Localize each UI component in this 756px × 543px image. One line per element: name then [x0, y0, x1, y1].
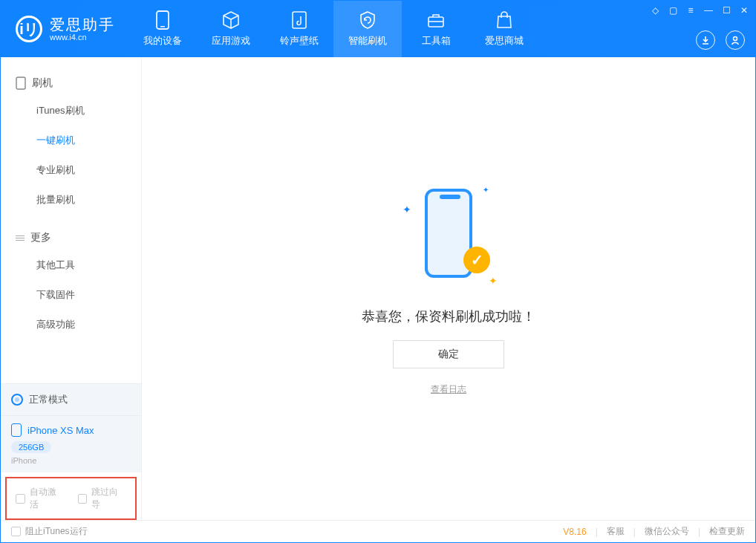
- shirt-icon[interactable]: ◇: [650, 5, 660, 16]
- footer-link-wechat[interactable]: 微信公众号: [645, 525, 689, 538]
- svg-point-5: [734, 37, 737, 41]
- device-capacity: 256GB: [11, 441, 51, 453]
- sidebar: 刷机 iTunes刷机 一键刷机 专业刷机 批量刷机 更多 其他工具 下载固件 …: [1, 57, 142, 520]
- lock-icon[interactable]: ▢: [668, 5, 678, 16]
- svg-rect-6: [16, 77, 25, 89]
- toolbox-icon: [426, 10, 446, 30]
- checkbox-auto-activate[interactable]: 自动激活: [16, 486, 65, 511]
- music-file-icon: [290, 10, 309, 30]
- sidebar-item-batch-flash[interactable]: 批量刷机: [1, 185, 141, 215]
- tab-smart-flash[interactable]: 智能刷机: [333, 1, 402, 57]
- sparkle-icon: ✦: [489, 275, 498, 287]
- footer-link-service[interactable]: 客服: [607, 525, 625, 538]
- svg-rect-2: [293, 12, 306, 28]
- tab-ringtone-wallpaper[interactable]: 铃声壁纸: [265, 1, 333, 57]
- maximize-button[interactable]: ☐: [721, 5, 731, 16]
- sidebar-item-other-tools[interactable]: 其他工具: [1, 250, 141, 280]
- device-phone-icon: [11, 423, 22, 437]
- device-name: iPhone XS Max: [27, 425, 94, 436]
- menu-icon[interactable]: ≡: [685, 5, 696, 16]
- sidebar-item-download-firmware[interactable]: 下载固件: [1, 280, 141, 310]
- sidebar-section-more: 更多: [1, 225, 141, 250]
- sidebar-item-onekey-flash[interactable]: 一键刷机: [1, 126, 141, 155]
- sparkle-icon: ✦: [483, 186, 489, 194]
- checkbox-icon: [78, 494, 88, 504]
- hamburger-icon: [16, 235, 25, 241]
- footer-link-update[interactable]: 检查更新: [709, 525, 745, 538]
- flash-options-highlight: 自动激活 跳过向导: [5, 477, 137, 520]
- tab-apps-games[interactable]: 应用游戏: [197, 1, 265, 57]
- sidebar-item-advanced[interactable]: 高级功能: [1, 310, 141, 339]
- sidebar-section-flash: 刷机: [1, 71, 141, 96]
- success-illustration: ✦ ✦ ✦ ✓: [404, 181, 493, 293]
- shopping-bag-icon: [495, 10, 514, 30]
- checkbox-skip-guide[interactable]: 跳过向导: [78, 486, 127, 511]
- device-mode[interactable]: 正常模式: [1, 383, 141, 415]
- close-button[interactable]: ✕: [739, 5, 749, 16]
- success-message: 恭喜您，保资料刷机成功啦！: [362, 308, 535, 325]
- ok-button[interactable]: 确定: [393, 340, 504, 368]
- main-content: ✦ ✦ ✦ ✓ 恭喜您，保资料刷机成功啦！ 确定 查看日志: [142, 57, 755, 520]
- main-tabs: 我的设备 应用游戏 铃声壁纸 智能刷机 工具箱 爱思商城: [128, 1, 538, 57]
- tab-toolbox[interactable]: 工具箱: [402, 1, 470, 57]
- app-title: 爱思助手: [50, 16, 115, 33]
- app-subtitle: www.i4.cn: [50, 33, 115, 42]
- checkbox-icon: [16, 494, 25, 504]
- checkbox-icon[interactable]: [11, 527, 21, 536]
- mode-indicator-icon: [11, 394, 23, 406]
- cube-icon: [221, 10, 241, 30]
- logo: iリ 爱思助手 www.i4.cn: [1, 1, 128, 57]
- device-type: iPhone: [11, 456, 131, 465]
- body: 刷机 iTunes刷机 一键刷机 专业刷机 批量刷机 更多 其他工具 下载固件 …: [1, 57, 755, 520]
- sidebar-item-itunes-flash[interactable]: iTunes刷机: [1, 96, 141, 126]
- checkbox-block-itunes-label[interactable]: 阻止iTunes运行: [25, 525, 88, 538]
- tab-my-device[interactable]: 我的设备: [128, 1, 197, 57]
- view-log-link[interactable]: 查看日志: [431, 383, 466, 396]
- check-badge-icon: ✓: [463, 247, 490, 273]
- tab-mall[interactable]: 爱思商城: [470, 1, 538, 57]
- logo-icon: iリ: [16, 16, 42, 42]
- version-label: V8.16: [563, 527, 586, 537]
- phone-outline-icon: [16, 77, 26, 90]
- header: iリ 爱思助手 www.i4.cn 我的设备 应用游戏 铃声壁纸 智能刷机: [1, 1, 755, 57]
- svg-rect-1: [160, 26, 165, 27]
- window-controls: ◇ ▢ ≡ ― ☐ ✕: [650, 5, 749, 16]
- download-button[interactable]: [696, 30, 715, 50]
- footer: 阻止iTunes运行 V8.16 | 客服 | 微信公众号 | 检查更新: [1, 520, 755, 542]
- sidebar-item-pro-flash[interactable]: 专业刷机: [1, 155, 141, 185]
- minimize-button[interactable]: ―: [703, 5, 714, 16]
- device-info[interactable]: iPhone XS Max 256GB iPhone: [1, 415, 141, 472]
- app-window: iリ 爱思助手 www.i4.cn 我的设备 应用游戏 铃声壁纸 智能刷机: [0, 0, 756, 543]
- phone-icon: [153, 10, 172, 30]
- shield-refresh-icon: [358, 10, 377, 30]
- sparkle-icon: ✦: [403, 204, 411, 215]
- user-button[interactable]: [726, 30, 745, 50]
